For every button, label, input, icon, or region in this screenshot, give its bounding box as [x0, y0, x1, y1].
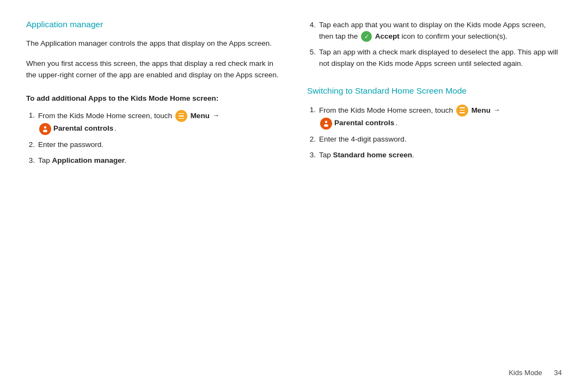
footer-separator: [544, 369, 552, 377]
step-content: Tap Standard home screen.: [319, 150, 562, 161]
step3-text-end: .: [125, 156, 127, 164]
step2-text: Enter the password.: [38, 140, 103, 149]
step-content: Enter the 4-digit password.: [319, 134, 562, 145]
menu-label: Menu: [471, 106, 493, 114]
right-column: 4. Tap each app that you want to display…: [307, 20, 562, 372]
menu-label: Menu: [191, 111, 212, 119]
step-content: Enter the password.: [38, 139, 281, 151]
list-item: 5. Tap an app with a check mark displaye…: [307, 47, 562, 70]
arrow-icon: →: [212, 111, 219, 119]
parental-icon: [320, 118, 332, 130]
left-para2: When you first access this screen, the a…: [26, 58, 281, 81]
right-step3-plain: Tap: [319, 151, 333, 159]
right-step3-end: .: [412, 151, 414, 159]
svg-point-3: [324, 124, 328, 127]
step-content: From the Kids Mode Home screen, touch Me…: [38, 110, 281, 135]
step4-accept-label: Accept: [375, 32, 400, 40]
step-number: 1.: [26, 110, 35, 121]
list-item: 4. Tap each app that you want to display…: [307, 20, 562, 42]
parental-label: Parental controls: [53, 123, 113, 134]
right-continuation-list: 4. Tap each app that you want to display…: [307, 20, 562, 74]
menu-icon: [175, 110, 187, 122]
list-item: 3. Tap Application manager.: [26, 155, 281, 167]
step-number: 2.: [26, 139, 35, 151]
step3-text-plain: Tap: [38, 156, 52, 164]
parental-line: Parental controls.: [319, 118, 562, 130]
svg-point-1: [43, 130, 47, 132]
step-content: Tap each app that you want to display on…: [319, 20, 562, 42]
step-number: 1.: [307, 105, 316, 116]
step3-text-bold: Application manager: [52, 156, 125, 164]
right-step3-bold: Standard home screen: [333, 151, 413, 159]
parental-icon: [39, 123, 51, 135]
step-number: 2.: [307, 134, 316, 145]
right-steps-list: 1. From the Kids Mode Home screen, touch…: [307, 105, 562, 166]
right-section-title: Switching to Standard Home Screen Mode: [307, 86, 562, 96]
accept-icon: ✓: [361, 31, 372, 42]
parental-dot: .: [395, 118, 397, 129]
parental-line: Parental controls.: [38, 123, 281, 135]
svg-point-2: [325, 120, 327, 122]
left-para1: The Application manager controls the app…: [26, 38, 281, 50]
svg-point-0: [44, 126, 46, 128]
page-footer: Kids Mode 34: [509, 369, 562, 377]
list-item: 2. Enter the 4-digit password.: [307, 134, 562, 145]
page-number: 34: [554, 369, 562, 377]
step-number: 3.: [26, 155, 35, 167]
right-step1-text: From the Kids Mode Home screen, touch: [319, 106, 455, 114]
menu-icon: [456, 105, 468, 117]
left-steps-list: 1. From the Kids Mode Home screen, touch…: [26, 110, 281, 171]
step4-text2: icon to confirm your selection(s).: [402, 32, 507, 40]
left-column: Application manager The Application mana…: [26, 20, 281, 372]
footer-label: Kids Mode: [509, 369, 542, 377]
step-number: 5.: [307, 47, 316, 58]
parental-label: Parental controls: [334, 118, 394, 129]
step-content: Tap an app with a check mark displayed t…: [319, 47, 562, 70]
step1-text: From the Kids Mode Home screen, touch: [38, 111, 174, 119]
right-step2-text: Enter the 4-digit password.: [319, 135, 407, 143]
list-item: 1. From the Kids Mode Home screen, touch…: [307, 105, 562, 130]
list-item: 3. Tap Standard home screen.: [307, 150, 562, 161]
list-item: 2. Enter the password.: [26, 139, 281, 151]
left-section-title: Application manager: [26, 20, 281, 29]
step-content: From the Kids Mode Home screen, touch Me…: [319, 105, 562, 130]
step-number: 4.: [307, 20, 316, 31]
step-number: 3.: [307, 150, 316, 161]
left-bold-heading: To add additional Apps to the Kids Mode …: [26, 94, 281, 102]
list-item: 1. From the Kids Mode Home screen, touch…: [26, 110, 281, 135]
parental-dot: .: [114, 123, 117, 134]
arrow-icon: →: [493, 106, 500, 114]
step-content: Tap Application manager.: [38, 155, 281, 167]
